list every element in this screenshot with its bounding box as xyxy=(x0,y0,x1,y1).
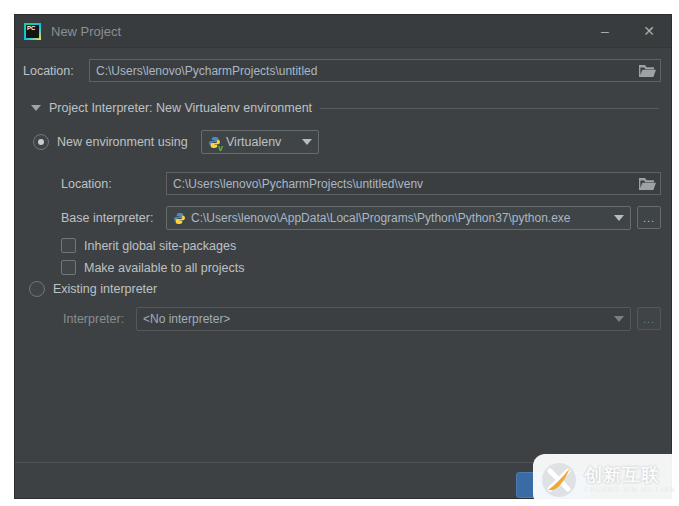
make-available-row: Make available to all projects xyxy=(61,260,245,275)
new-project-dialog: PC New Project – ✕ Location: Project Int… xyxy=(14,14,672,499)
environment-type-select[interactable]: v Virtualenv xyxy=(201,130,319,154)
watermark-subtitle: CHUANG XIN HU LIAN xyxy=(584,487,676,494)
title-bar[interactable]: PC New Project – ✕ xyxy=(15,15,671,48)
virtualenv-python-icon: v xyxy=(208,136,221,149)
minimize-button[interactable]: – xyxy=(583,15,627,47)
new-environment-radio-row: New environment using xyxy=(33,134,188,150)
inherit-packages-checkbox[interactable] xyxy=(61,238,76,253)
venv-location-label: Location: xyxy=(61,177,112,191)
existing-interpreter-radio-label[interactable]: Existing interpreter xyxy=(53,282,157,296)
folder-icon xyxy=(639,177,656,191)
new-environment-radio-label[interactable]: New environment using xyxy=(57,135,188,149)
chevron-down-icon xyxy=(302,139,312,145)
section-header-label: Project Interpreter: New Virtualenv envi… xyxy=(49,101,312,115)
watermark-title: 创新互联 xyxy=(584,466,676,485)
existing-interpreter-radio[interactable] xyxy=(29,281,45,297)
venv-location-field[interactable] xyxy=(166,172,661,195)
project-location-field[interactable] xyxy=(89,59,661,82)
base-interpreter-select[interactable]: C:\Users\lenovo\AppData\Local\Programs\P… xyxy=(166,206,631,230)
browse-folder-button[interactable] xyxy=(634,60,660,81)
section-divider xyxy=(320,108,659,109)
watermark: 创新互联 CHUANG XIN HU LIAN xyxy=(533,454,679,506)
interpreter-select: <No interpreter> xyxy=(136,307,631,331)
location-label: Location: xyxy=(23,64,74,78)
python-icon xyxy=(173,212,186,225)
make-available-checkbox[interactable] xyxy=(61,260,76,275)
base-interpreter-more-button[interactable]: ... xyxy=(637,206,661,229)
interpreter-label: Interpreter: xyxy=(63,312,124,326)
close-button[interactable]: ✕ xyxy=(627,15,671,47)
environment-type-value: Virtualenv xyxy=(226,135,281,149)
chevron-down-icon[interactable] xyxy=(31,105,41,111)
venv-location-input[interactable] xyxy=(167,173,634,194)
pycharm-app-icon: PC xyxy=(24,23,41,40)
base-interpreter-label: Base interpreter: xyxy=(61,211,153,225)
pycharm-icon-letters: PC xyxy=(26,25,39,38)
project-interpreter-section-header[interactable]: Project Interpreter: New Virtualenv envi… xyxy=(31,101,659,115)
chevron-down-icon xyxy=(614,316,624,322)
inherit-packages-row: Inherit global site-packages xyxy=(61,238,236,253)
base-interpreter-value: C:\Users\lenovo\AppData\Local\Programs\P… xyxy=(191,211,571,225)
project-location-input[interactable] xyxy=(90,60,634,81)
existing-interpreter-radio-row: Existing interpreter xyxy=(29,281,157,297)
window-title: New Project xyxy=(51,24,121,39)
interpreter-more-button: ... xyxy=(637,307,661,330)
inherit-packages-label[interactable]: Inherit global site-packages xyxy=(84,239,236,253)
browse-venv-folder-button[interactable] xyxy=(634,173,660,194)
interpreter-value: <No interpreter> xyxy=(143,312,230,326)
watermark-logo-icon xyxy=(541,462,577,498)
chevron-down-icon xyxy=(614,215,624,221)
new-environment-radio[interactable] xyxy=(33,134,49,150)
make-available-label[interactable]: Make available to all projects xyxy=(84,261,245,275)
folder-icon xyxy=(639,64,656,78)
